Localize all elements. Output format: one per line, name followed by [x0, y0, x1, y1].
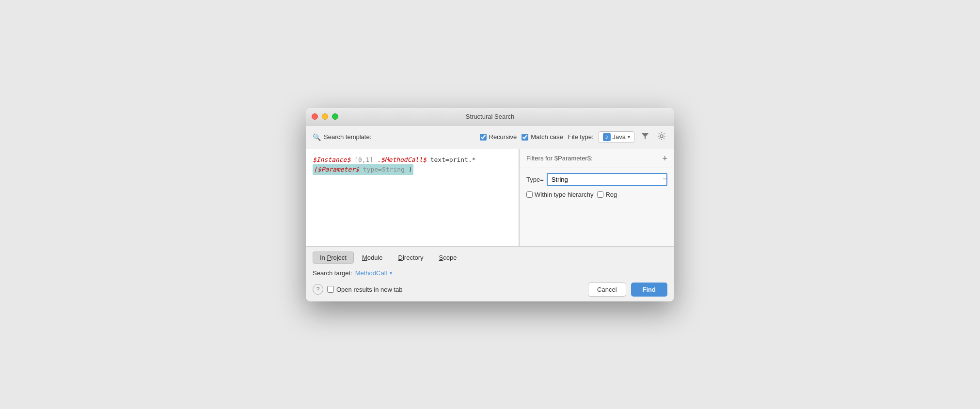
- reg-label: Reg: [605, 191, 617, 198]
- within-type-hierarchy-label: Within type hierarchy: [535, 191, 593, 198]
- type-filter-row: Type=: [526, 173, 667, 186]
- toolbar-right: Recursive Match case File type: J Java ▾: [480, 130, 668, 144]
- find-button[interactable]: Find: [631, 283, 667, 297]
- chevron-down-icon: ▾: [628, 134, 630, 140]
- within-type-hierarchy-group: Within type hierarchy: [526, 191, 593, 198]
- code-line: $Instance$ [0,1] .$MethodCall$ text=prin…: [313, 155, 512, 175]
- within-type-hierarchy-checkbox[interactable]: [526, 191, 533, 198]
- type-filter-label: Type=: [526, 176, 544, 183]
- titlebar: Structural Search: [306, 108, 674, 126]
- svg-marker-0: [642, 133, 648, 139]
- search-target-value[interactable]: MethodCall: [355, 269, 387, 277]
- recursive-label: Recursive: [489, 133, 517, 141]
- window-title: Structural Search: [466, 113, 514, 120]
- recursive-group: Recursive: [480, 133, 517, 141]
- file-type-label: File type:: [568, 133, 594, 141]
- match-case-group: Match case: [522, 133, 563, 141]
- parameter-var: ($Parameter$: [314, 166, 359, 173]
- maximize-button[interactable]: [332, 113, 338, 120]
- svg-point-1: [660, 135, 663, 138]
- help-button[interactable]: ?: [313, 284, 323, 295]
- actions-left: ? Open results in new tab: [313, 284, 403, 295]
- toolbar-left: 🔍 Search template:: [313, 133, 474, 141]
- reg-group: Reg: [597, 191, 617, 198]
- filters-pane: Filters for $Parameter$: + − Type= Withi…: [519, 149, 674, 246]
- filters-title: Filters for $Parameter$:: [526, 155, 593, 162]
- text-filter: text=print.*: [427, 155, 480, 165]
- match-case-label: Match case: [531, 133, 563, 141]
- cancel-button[interactable]: Cancel: [588, 283, 626, 297]
- reg-checkbox[interactable]: [597, 191, 603, 198]
- close-button[interactable]: [312, 113, 318, 120]
- titlebar-buttons: [312, 113, 338, 120]
- file-type-dropdown[interactable]: J Java ▾: [599, 131, 634, 143]
- toolbar: 🔍 Search template: Recursive Match case …: [306, 126, 674, 149]
- chevron-down-icon[interactable]: ▾: [390, 270, 392, 276]
- match-case-checkbox[interactable]: [522, 134, 528, 141]
- scope-tab-module[interactable]: Module: [355, 252, 390, 264]
- add-filter-button[interactable]: +: [662, 154, 667, 163]
- search-icon: 🔍: [313, 133, 321, 141]
- open-results-label: Open results in new tab: [336, 286, 403, 293]
- instance-var: $Instance$: [313, 155, 350, 165]
- open-results-group: Open results in new tab: [327, 286, 403, 293]
- search-target-label: Search target:: [313, 269, 352, 277]
- parameter-highlight: ($Parameter$ type=String ): [313, 164, 413, 175]
- close-paren: ): [409, 166, 412, 173]
- filter-checkbox-row: Within type hierarchy Reg: [526, 191, 667, 198]
- scope-tab-in-project[interactable]: In Project: [313, 252, 354, 264]
- actions-row: ? Open results in new tab Cancel Find: [313, 283, 667, 297]
- count-range: [0,1]: [350, 155, 377, 165]
- actions-right: Cancel Find: [588, 283, 667, 297]
- filters-body: Type= Within type hierarchy Reg: [520, 168, 674, 203]
- structural-search-window: Structural Search 🔍 Search template: Rec…: [306, 108, 674, 301]
- filters-header: Filters for $Parameter$: +: [520, 149, 674, 168]
- settings-icon-button[interactable]: [656, 130, 667, 144]
- search-template-label: Search template:: [324, 133, 371, 141]
- java-icon: J: [603, 133, 611, 141]
- filter-icon-button[interactable]: [639, 130, 651, 144]
- type-filter: type=String: [363, 166, 409, 173]
- scope-tab-scope[interactable]: Scope: [432, 252, 464, 264]
- file-type-value: Java: [613, 133, 626, 141]
- minimize-button[interactable]: [322, 113, 328, 120]
- open-results-checkbox[interactable]: [327, 286, 334, 293]
- scope-tabs: In ProjectModuleDirectoryScope: [313, 252, 667, 264]
- recursive-checkbox[interactable]: [480, 134, 487, 141]
- code-editor[interactable]: $Instance$ [0,1] .$MethodCall$ text=prin…: [306, 149, 519, 246]
- main-area: $Instance$ [0,1] .$MethodCall$ text=prin…: [306, 149, 674, 246]
- scope-tab-directory[interactable]: Directory: [391, 252, 431, 264]
- type-filter-input[interactable]: [547, 173, 667, 186]
- bottom-area: In ProjectModuleDirectoryScope Search ta…: [306, 246, 674, 301]
- remove-filter-button[interactable]: −: [662, 174, 667, 183]
- search-target-row: Search target: MethodCall ▾: [313, 269, 667, 277]
- method-call-var: .$MethodCall$: [377, 155, 427, 165]
